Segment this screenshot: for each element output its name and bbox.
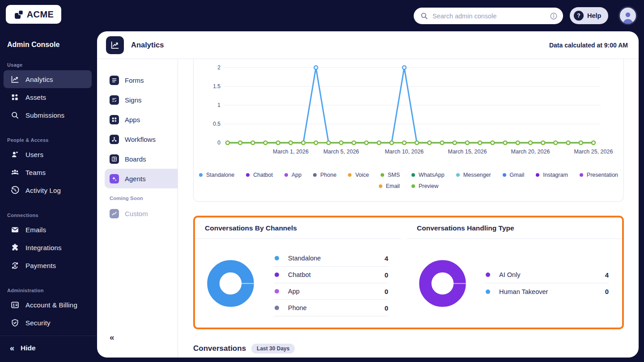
subnav-item-apps[interactable]: Apps (97, 110, 178, 129)
boards-icon (110, 154, 119, 164)
subnav-item-signs[interactable]: Signs (97, 90, 178, 110)
conversations-heading: Conversations (193, 344, 246, 353)
search-input[interactable] (432, 13, 550, 20)
subnav-item-boards[interactable]: Boards (97, 149, 178, 169)
subnav-item-workflows[interactable]: Workflows (97, 129, 178, 149)
person-icon (622, 10, 634, 24)
sidebar-item-assets[interactable]: Assets (4, 88, 92, 106)
section-label: Usage (7, 62, 97, 68)
legend-dot (580, 173, 583, 177)
user-avatar[interactable] (619, 6, 637, 25)
sidebar-item-analytics[interactable]: Analytics (4, 70, 92, 88)
section-label: People & Access (7, 137, 97, 143)
integrations-icon (10, 243, 20, 252)
legend-item-preview[interactable]: Preview (411, 183, 438, 189)
search-icon (420, 12, 428, 20)
channel-row-app: App 0 (274, 283, 388, 300)
console-title: Admin Console (7, 41, 97, 49)
channel-row-standalone: Standalone 4 (274, 250, 388, 267)
sidebar: ACME Admin Console Usage Analytics Asset… (0, 0, 97, 362)
sidebar-item-integrations[interactable]: Integrations (4, 238, 92, 256)
card-title: Conversations Handling Type (407, 217, 622, 239)
channel-row-phone: Phone 0 (274, 300, 388, 316)
svg-text:March 10, 2026: March 10, 2026 (385, 149, 424, 155)
card-title: Conversations By Channels (195, 217, 401, 239)
collapse-subnav-button[interactable]: « (110, 333, 114, 341)
legend-item-phone[interactable]: Phone (313, 172, 336, 178)
series-dot (275, 256, 279, 260)
conversations-section-header: Conversations Last 30 Days (193, 344, 624, 353)
sidebar-item-payments[interactable]: $ Payments (4, 256, 92, 274)
users-icon (10, 149, 20, 159)
legend-item-voice[interactable]: Voice (348, 172, 369, 178)
hide-label: Hide (21, 344, 36, 352)
subnav-item-forms[interactable]: Forms (97, 70, 178, 90)
channel-row-chatbot: Chatbot 0 (274, 267, 388, 283)
brand-logo[interactable]: ACME (6, 5, 61, 24)
svg-text:March 15, 2026: March 15, 2026 (448, 149, 487, 155)
legend-item-gmail[interactable]: Gmail (503, 172, 525, 178)
legend-dot (379, 184, 382, 188)
sidebar-section-administration: Administration Account & Billing Securit… (0, 274, 97, 332)
hide-sidebar-button[interactable]: « Hide (0, 341, 97, 356)
svg-text:March 20, 2026: March 20, 2026 (511, 149, 550, 155)
sidebar-item-security[interactable]: Security (4, 314, 92, 332)
series-dot (275, 306, 279, 310)
legend-item-standalone[interactable]: Standalone (199, 172, 234, 178)
legend-item-instagram[interactable]: Instagram (536, 172, 568, 178)
teams-icon (10, 167, 20, 177)
legend-dot (199, 173, 203, 177)
sidebar-item-teams[interactable]: Teams (4, 163, 92, 181)
svg-text:0.5: 0.5 (213, 121, 220, 127)
help-button[interactable]: ? Help (570, 7, 608, 24)
svg-text:March 1, 2026: March 1, 2026 (273, 149, 309, 155)
svg-text:0: 0 (217, 140, 220, 146)
submissions-icon (10, 110, 20, 120)
handling-donut-chart (419, 260, 466, 307)
svg-text:$: $ (14, 263, 16, 268)
emails-icon (10, 225, 20, 234)
legend-item-whatsapp[interactable]: WhatsApp (411, 172, 445, 178)
legend-item-messenger[interactable]: Messenger (456, 172, 491, 178)
collapse-chevron-icon: « (10, 344, 14, 352)
legend-dot (381, 173, 384, 177)
legend-item-sms[interactable]: SMS (381, 172, 400, 178)
legend-dot (411, 173, 415, 177)
account-billing-icon (10, 300, 20, 310)
sidebar-item-account-billing[interactable]: Account & Billing (4, 296, 92, 314)
info-icon[interactable] (550, 12, 558, 20)
workflows-icon (110, 135, 119, 144)
help-label: Help (587, 12, 601, 19)
legend-item-chatbot[interactable]: Chatbot (246, 172, 273, 178)
svg-text:1: 1 (217, 102, 220, 108)
series-dot (486, 290, 490, 294)
sidebar-item-emails[interactable]: Emails (4, 221, 92, 238)
svg-text:March 5, 2026: March 5, 2026 (323, 149, 359, 155)
legend-dot (246, 173, 250, 177)
series-dot (275, 273, 279, 277)
sidebar-item-submissions[interactable]: Submissions (4, 106, 92, 124)
assets-icon (10, 92, 20, 102)
main-panel: Analytics Data calculated at 9:00 AM For… (97, 31, 639, 358)
handling-row-ai-only: AI Only 4 (485, 267, 609, 283)
forms-icon (110, 76, 119, 85)
series-dot (486, 273, 490, 277)
search-bar[interactable] (414, 8, 563, 24)
legend-dot (503, 173, 506, 177)
channels-donut-chart (207, 260, 254, 307)
subnav-item-custom[interactable]: Custom (97, 204, 178, 223)
apps-icon (110, 115, 119, 124)
custom-icon (110, 209, 119, 218)
security-icon (10, 318, 20, 328)
sidebar-item-users[interactable]: Users (4, 145, 92, 163)
legend-item-presentation[interactable]: Presentation (580, 172, 618, 178)
handling-row-human-takeover: Human Takeover 0 (485, 283, 609, 300)
sidebar-item-activity-log[interactable]: Activity Log (4, 181, 92, 199)
legend-dot (284, 173, 288, 177)
legend-item-app[interactable]: App (284, 172, 301, 178)
conversations-handling-type-card: Conversations Handling Type AI Only (407, 217, 622, 328)
legend-item-email[interactable]: Email (379, 183, 400, 189)
subnav-item-agents[interactable]: Agents (105, 169, 178, 188)
question-icon: ? (574, 11, 584, 21)
brand-logo-icon (13, 9, 25, 20)
